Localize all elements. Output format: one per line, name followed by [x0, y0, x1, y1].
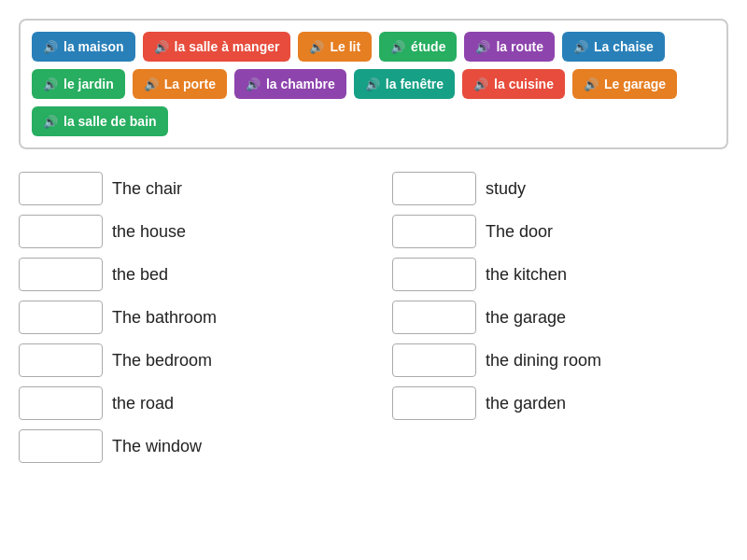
word-tile-le-lit[interactable]: 🔊Le lit	[298, 32, 372, 62]
match-row-dining-room: the dining room	[392, 343, 728, 377]
speaker-icon: 🔊	[43, 40, 58, 54]
match-box-kitchen[interactable]	[392, 258, 476, 291]
match-box-road[interactable]	[19, 386, 103, 420]
match-box-bathroom[interactable]	[19, 301, 103, 334]
word-tile-le-garage[interactable]: 🔊Le garage	[572, 69, 677, 99]
match-label-house: the house	[112, 222, 186, 242]
matching-area: The chair the house the bed The bathroom…	[19, 172, 728, 463]
left-column: The chair the house the bed The bathroom…	[19, 172, 355, 463]
match-box-door[interactable]	[392, 215, 476, 248]
match-row-door: The door	[392, 215, 728, 248]
match-box-window[interactable]	[19, 429, 103, 463]
match-box-house[interactable]	[19, 215, 103, 248]
speaker-icon: 🔊	[144, 77, 159, 91]
match-box-garage[interactable]	[392, 301, 476, 334]
speaker-icon: 🔊	[154, 40, 169, 54]
word-tile-la-fenetre[interactable]: 🔊la fenêtre	[354, 69, 455, 99]
match-row-bed: the bed	[19, 258, 355, 291]
speaker-icon: 🔊	[309, 40, 324, 54]
word-tile-la-route[interactable]: 🔊la route	[464, 32, 555, 62]
match-row-garden: the garden	[392, 386, 728, 420]
word-tile-la-salle-bain[interactable]: 🔊la salle de bain	[32, 106, 168, 136]
match-label-garden: the garden	[486, 394, 566, 413]
speaker-icon: 🔊	[246, 77, 261, 91]
match-label-bathroom: The bathroom	[112, 308, 217, 328]
match-box-garden[interactable]	[392, 386, 476, 420]
word-bank: 🔊la maison🔊la salle à manger🔊Le lit🔊étud…	[19, 19, 728, 149]
speaker-icon: 🔊	[390, 40, 405, 54]
match-row-kitchen: the kitchen	[392, 258, 728, 291]
word-tile-le-jardin[interactable]: 🔊le jardin	[32, 69, 125, 99]
match-label-chair: The chair	[112, 179, 182, 199]
match-row-chair: The chair	[19, 172, 355, 205]
speaker-icon: 🔊	[365, 77, 380, 91]
word-tile-la-chambre[interactable]: 🔊la chambre	[234, 69, 346, 99]
match-label-dining-room: the dining room	[486, 351, 601, 371]
match-row-bedroom: The bedroom	[19, 343, 355, 377]
match-row-road: the road	[19, 386, 355, 420]
speaker-icon: 🔊	[473, 77, 488, 91]
match-box-bed[interactable]	[19, 258, 103, 291]
match-label-garage: the garage	[486, 308, 566, 328]
match-label-road: the road	[112, 394, 174, 413]
match-label-bed: the bed	[112, 265, 168, 285]
match-box-study[interactable]	[392, 172, 476, 205]
match-row-window: The window	[19, 429, 355, 463]
match-label-window: The window	[112, 437, 202, 456]
speaker-icon: 🔊	[573, 40, 588, 54]
match-row-house: the house	[19, 215, 355, 248]
word-tile-la-porte[interactable]: 🔊La porte	[133, 69, 227, 99]
match-row-garage: the garage	[392, 301, 728, 334]
match-box-chair[interactable]	[19, 172, 103, 205]
match-label-bedroom: The bedroom	[112, 351, 212, 371]
match-row-bathroom: The bathroom	[19, 301, 355, 334]
speaker-icon: 🔊	[43, 77, 58, 91]
match-box-bedroom[interactable]	[19, 343, 103, 377]
word-tile-la-salle-manger[interactable]: 🔊la salle à manger	[143, 32, 291, 62]
speaker-icon: 🔊	[475, 40, 490, 54]
match-row-study: study	[392, 172, 728, 205]
word-tile-la-cuisine[interactable]: 🔊la cuisine	[462, 69, 565, 99]
speaker-icon: 🔊	[584, 77, 599, 91]
word-tile-la-maison[interactable]: 🔊la maison	[32, 32, 135, 62]
word-tile-etude[interactable]: 🔊étude	[379, 32, 457, 62]
match-label-study: study	[486, 179, 526, 199]
speaker-icon: 🔊	[43, 115, 58, 129]
right-column: study The door the kitchen the garage th…	[392, 172, 728, 463]
match-box-dining-room[interactable]	[392, 343, 476, 377]
word-tile-la-chaise[interactable]: 🔊La chaise	[562, 32, 665, 62]
match-label-kitchen: the kitchen	[486, 265, 567, 285]
match-label-door: The door	[486, 222, 553, 242]
